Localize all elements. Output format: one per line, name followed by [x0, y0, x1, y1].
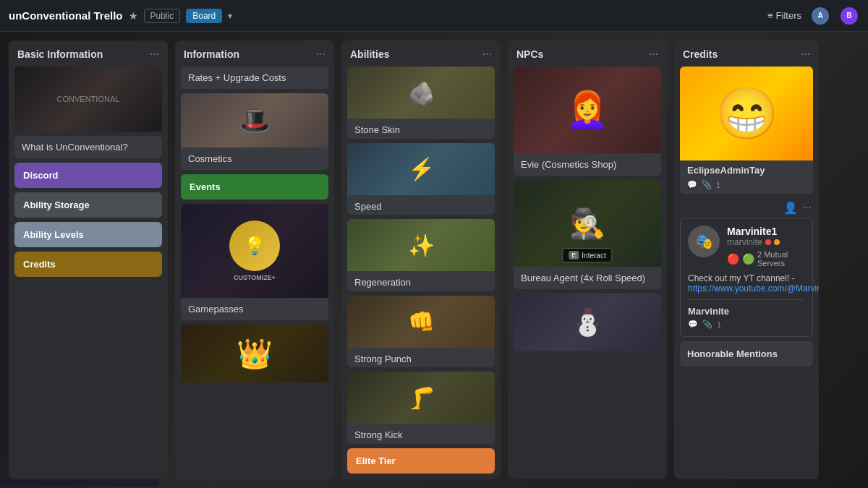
- marvinite-bottom-name: Marvinite: [688, 306, 805, 317]
- col-header-information: Information ···: [175, 40, 334, 67]
- star-icon[interactable]: ★: [129, 10, 138, 22]
- marvinite-bio: Check out my YT channel! -: [688, 273, 805, 283]
- stone-icon: 🪨: [408, 80, 435, 106]
- emoji-laughing-icon: 😁: [715, 84, 778, 143]
- marvinite-avatar-icon: 🎭: [695, 233, 713, 250]
- col-body-credits: 😁 EclipseAdminTay 💬 📎 1 👤 ···: [674, 67, 819, 479]
- kick-icon: 🦵: [408, 385, 435, 411]
- col-menu-information[interactable]: ···: [316, 48, 326, 61]
- board-title: unConventional Trello: [9, 9, 123, 22]
- card-evie[interactable]: 👩‍🦰 Evie (Cosmetics Shop): [514, 67, 661, 176]
- crown-icon: 👑: [237, 337, 273, 371]
- crown-image: 👑: [181, 325, 328, 382]
- avatar: A: [810, 6, 830, 26]
- card-rates[interactable]: Rates + Upgrade Costs: [181, 67, 328, 89]
- card-discord[interactable]: Discord: [14, 163, 162, 188]
- mutual-servers: 🔴 🟢 2 Mutual Servers: [727, 250, 805, 267]
- what-is-label: What is UnConventional?: [14, 136, 162, 158]
- card-regeneration[interactable]: ✨ Regeneration: [347, 219, 495, 291]
- evie-icon: 👩‍🦰: [566, 90, 609, 130]
- card-stone-skin[interactable]: 🪨 Stone Skin: [347, 67, 495, 139]
- filters-button[interactable]: ≡ Filters: [767, 10, 801, 21]
- interact-button[interactable]: E Interact: [562, 248, 612, 262]
- card-ability-storage[interactable]: Ability Storage: [14, 192, 162, 218]
- snowman-icon: ⛄: [571, 307, 604, 338]
- card-credits-link[interactable]: Credits: [14, 252, 162, 277]
- col-menu-credits[interactable]: ···: [801, 48, 810, 61]
- speed-label: Speed: [347, 195, 495, 215]
- col-header-basic-info: Basic Information ···: [9, 40, 168, 67]
- card-crown[interactable]: 👑: [181, 325, 328, 382]
- punch-icon: 👊: [408, 309, 435, 334]
- col-body-abilities: 🪨 Stone Skin ⚡ Speed ✨ Regeneratio: [341, 67, 501, 479]
- conventional-logo-text: CONVENTIONAL: [57, 95, 120, 103]
- cosmetics-image: 🎩: [181, 93, 328, 147]
- card-strong-kick[interactable]: 🦵 Strong Kick: [347, 372, 495, 444]
- card-elite-tier[interactable]: Elite Tier: [347, 448, 495, 474]
- speed-icon: ⚡: [408, 156, 435, 181]
- card-marvinite[interactable]: 🎭 Marvinite1 marvinite 🔴: [680, 218, 813, 337]
- stone-skin-image: 🪨: [347, 67, 495, 119]
- card-honorable-mentions[interactable]: Honorable Mentions: [680, 341, 813, 367]
- card-eclipse-admin[interactable]: 😁 EclipseAdminTay 💬 📎 1: [680, 67, 813, 194]
- more-options-icon[interactable]: ···: [802, 201, 812, 215]
- column-credits: Credits ··· 😁 EclipseAdminTay 💬 📎 1: [674, 40, 819, 479]
- speed-image: ⚡: [347, 143, 495, 195]
- board-badge[interactable]: Board: [186, 9, 222, 23]
- topbar-right: ≡ Filters A B: [767, 6, 859, 26]
- card-strong-punch[interactable]: 👊 Strong Punch: [347, 296, 495, 368]
- card-bureau-agent[interactable]: 🕵️ E Interact Bureau Agent (4x Roll Spee…: [514, 180, 661, 289]
- columns-container: Basic Information ··· CONVENTIONAL What …: [0, 32, 868, 488]
- col-body-basic-info: CONVENTIONAL What is UnConventional? Dis…: [9, 67, 168, 479]
- column-abilities: Abilities ··· 🪨 Stone Skin ⚡ Speed: [341, 40, 501, 479]
- col-title-abilities: Abilities: [350, 48, 389, 60]
- eclipse-image: 😁: [680, 67, 813, 160]
- customize-circle: 💡: [229, 221, 280, 271]
- filter-icon: ≡: [767, 10, 773, 21]
- customize-plus-text: CUSTOMIZE+: [229, 274, 280, 281]
- col-title-npcs: NPCs: [516, 48, 543, 60]
- card-conventional-img[interactable]: CONVENTIONAL: [14, 67, 162, 132]
- person-icon[interactable]: 👤: [783, 201, 798, 215]
- interact-label: Interact: [582, 252, 605, 260]
- card-ability-levels[interactable]: Ability Levels: [14, 222, 162, 247]
- card-npc3[interactable]: ⛄: [514, 294, 661, 351]
- marvinite-container: 👤 ··· 🎭 Marvinite1 marvinite: [680, 198, 813, 337]
- evie-image: 👩‍🦰: [514, 67, 661, 153]
- attachment-icon: 📎: [702, 180, 712, 189]
- col-title-credits: Credits: [683, 48, 718, 60]
- status-dot-red: [765, 239, 771, 245]
- comment-icon-2: 💬: [688, 320, 698, 329]
- marvinite-info: Marvinite1 marvinite 🔴 🟢 2 Mutual Ser: [727, 226, 805, 267]
- chevron-down-icon[interactable]: ▾: [228, 11, 232, 21]
- card-what-is[interactable]: What is UnConventional?: [14, 136, 162, 158]
- marvinite-handle-text: marvinite: [727, 237, 762, 247]
- regen-label: Regeneration: [347, 271, 495, 291]
- card-gamepasses[interactable]: 💡 CUSTOMIZE+ Gamepasses: [181, 204, 328, 320]
- marvinite-display-name: Marvinite1: [727, 226, 805, 237]
- col-title-basic-info: Basic Information: [17, 48, 103, 60]
- bureau-label: Bureau Agent (4x Roll Speed): [514, 267, 661, 289]
- attachment-icon-2: 📎: [702, 320, 712, 329]
- eclipse-meta: 💬 📎 1: [680, 180, 813, 194]
- card-cosmetics[interactable]: 🎩 Cosmetics: [181, 93, 328, 170]
- conventional-image: CONVENTIONAL: [14, 67, 162, 132]
- server-icon-2: 🟢: [742, 253, 754, 265]
- marvinite-bottom: Marvinite 💬 📎 1: [688, 299, 805, 329]
- gamepasses-image: 💡 CUSTOMIZE+: [181, 204, 328, 298]
- marvinite-link[interactable]: https://www.youtube.com/@Marvinite: [688, 283, 805, 294]
- status-dot-orange: [774, 239, 780, 245]
- attachment-count-2: 1: [717, 320, 721, 329]
- card-events[interactable]: Events: [181, 174, 328, 200]
- board-background: Basic Information ··· CONVENTIONAL What …: [0, 32, 868, 488]
- card-speed[interactable]: ⚡ Speed: [347, 143, 495, 215]
- hat-icon: 🎩: [239, 106, 271, 136]
- col-menu-basic-info[interactable]: ···: [150, 48, 159, 61]
- customize-plus: 💡 CUSTOMIZE+: [229, 221, 280, 281]
- col-menu-npcs[interactable]: ···: [649, 48, 658, 61]
- public-badge: Public: [144, 9, 181, 23]
- comment-icon: 💬: [687, 180, 697, 189]
- bureau-icon: 🕵️: [569, 207, 605, 241]
- marvinite-header: 🎭 Marvinite1 marvinite 🔴: [688, 226, 805, 267]
- col-menu-abilities[interactable]: ···: [482, 48, 492, 61]
